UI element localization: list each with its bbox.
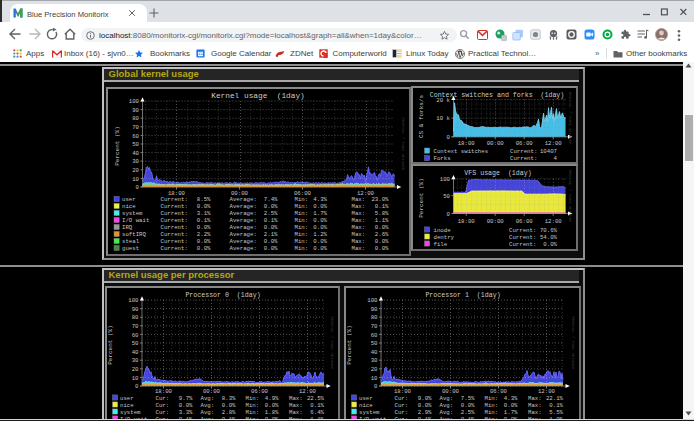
svg-text:0.0%: 0.0% — [374, 238, 388, 245]
svg-text:90: 90 — [371, 305, 378, 312]
svg-text:nice: nice — [359, 401, 373, 408]
svg-text:9.7%: 9.7% — [179, 394, 193, 401]
svg-text:8.3%: 8.3% — [222, 394, 236, 401]
svg-text:1.1%: 1.1% — [374, 217, 388, 224]
svg-text:70: 70 — [132, 124, 139, 131]
svg-text:18:00: 18:00 — [155, 387, 173, 394]
svg-text:2.9%: 2.9% — [418, 408, 432, 415]
svg-text:30: 30 — [371, 357, 378, 364]
svg-text:4: 4 — [553, 155, 557, 162]
svg-text:system: system — [359, 408, 380, 415]
svg-text:100: 100 — [439, 176, 450, 183]
svg-text:0.0%: 0.0% — [504, 401, 518, 408]
svg-text:Max:: Max: — [289, 408, 303, 415]
svg-text:CS & forks/s: CS & forks/s — [418, 95, 425, 139]
svg-text:0.0%: 0.0% — [265, 401, 279, 408]
svg-text:40: 40 — [371, 348, 378, 355]
svg-text:00:00: 00:00 — [486, 140, 504, 147]
svg-text:Min:: Min: — [294, 245, 308, 252]
svg-text:Current:: Current: — [160, 224, 187, 231]
svg-text:Current:: Current: — [160, 217, 187, 224]
svg-text:50: 50 — [132, 340, 139, 347]
svg-text:0.0%: 0.0% — [263, 238, 277, 245]
svg-text:steal: steal — [122, 238, 140, 245]
svg-text:Current:: Current: — [160, 196, 187, 203]
svg-text:2.8%: 2.8% — [222, 408, 236, 415]
svg-text:Current:: Current: — [509, 227, 536, 234]
svg-text:0.0%: 0.0% — [263, 245, 277, 252]
svg-text:guest: guest — [122, 245, 139, 252]
svg-text:10407: 10407 — [539, 148, 556, 155]
svg-text:Min:: Min: — [246, 394, 260, 401]
svg-text:Min:: Min: — [294, 196, 308, 203]
svg-text:system: system — [120, 408, 141, 415]
svg-text:Min:: Min: — [294, 224, 308, 231]
svg-text:Max:: Max: — [351, 217, 365, 224]
svg-text:Average:: Average: — [229, 231, 256, 238]
svg-text:Avg:: Avg: — [440, 401, 454, 408]
svg-text:100: 100 — [128, 297, 139, 304]
svg-text:4.3%: 4.3% — [313, 196, 327, 203]
svg-text:Average:: Average: — [229, 217, 256, 224]
svg-text:IRQ: IRQ — [122, 224, 133, 231]
svg-text:Average:: Average: — [229, 238, 256, 245]
svg-text:Context switches: Context switches — [433, 148, 488, 155]
svg-text:0.0%: 0.0% — [313, 217, 327, 224]
svg-text:Min:: Min: — [246, 408, 260, 415]
svg-text:system: system — [122, 210, 143, 217]
svg-text:20: 20 — [371, 366, 378, 373]
svg-text:0.0%: 0.0% — [313, 238, 327, 245]
svg-text:Avg:: Avg: — [201, 408, 215, 415]
svg-text:RRDTOOL / TOBI OETIKER: RRDTOOL / TOBI OETIKER — [567, 170, 571, 223]
svg-text:0.0%: 0.0% — [196, 224, 210, 231]
svg-text:Processor 0 (1day): Processor 0 (1day) — [185, 291, 260, 298]
svg-text:RRDTOOL / TOBI OETIKER: RRDTOOL / TOBI OETIKER — [571, 316, 575, 369]
svg-text:Avg:: Avg: — [201, 394, 215, 401]
svg-text:00:00: 00:00 — [203, 387, 221, 394]
svg-text:20: 20 — [132, 366, 139, 373]
svg-text:0.0%: 0.0% — [418, 401, 432, 408]
svg-text:0.0%: 0.0% — [313, 224, 327, 231]
svg-text:Cur:: Cur: — [156, 401, 170, 408]
svg-text:Min:: Min: — [246, 401, 260, 408]
svg-text:Current:: Current: — [510, 155, 537, 162]
svg-text:nice: nice — [122, 203, 136, 210]
svg-text:0.0%: 0.0% — [313, 203, 327, 210]
svg-text:0.1%: 0.1% — [196, 217, 210, 224]
svg-text:90: 90 — [132, 106, 139, 113]
svg-text:12:00: 12:00 — [544, 140, 562, 147]
svg-text:50: 50 — [371, 340, 378, 347]
svg-text:20 k: 20 k — [436, 97, 450, 104]
svg-text:70: 70 — [371, 323, 378, 330]
svg-text:1.7%: 1.7% — [504, 408, 518, 415]
svg-text:9.0%: 9.0% — [418, 394, 432, 401]
svg-text:20: 20 — [132, 167, 139, 174]
svg-text:Min:: Min: — [294, 210, 308, 217]
svg-text:0.0%: 0.0% — [179, 401, 193, 408]
svg-text:60: 60 — [132, 132, 139, 139]
svg-text:1.7%: 1.7% — [313, 210, 327, 217]
svg-text:10: 10 — [132, 374, 139, 381]
svg-text:Forks: Forks — [433, 155, 450, 162]
svg-text:80: 80 — [132, 314, 139, 321]
svg-text:10 k: 10 k — [436, 115, 450, 122]
svg-text:50: 50 — [443, 193, 450, 200]
svg-text:2.5%: 2.5% — [461, 408, 475, 415]
svg-text:Cur:: Cur: — [395, 408, 409, 415]
svg-text:Max:: Max: — [351, 231, 365, 238]
svg-text:100: 100 — [367, 297, 378, 304]
svg-text:Percent (%): Percent (%) — [114, 126, 121, 166]
svg-text:0.0%: 0.0% — [313, 245, 327, 252]
svg-text:0: 0 — [446, 211, 450, 218]
svg-text:70: 70 — [132, 323, 139, 330]
svg-text:Max:: Max: — [351, 224, 365, 231]
svg-text:Max:: Max: — [351, 196, 365, 203]
svg-text:Max:: Max: — [351, 210, 365, 217]
svg-text:Min:: Min: — [485, 394, 499, 401]
svg-text:Min:: Min: — [294, 231, 308, 238]
svg-text:2.2%: 2.2% — [196, 231, 210, 238]
svg-text:RRDTOOL / TOBI OETIKER: RRDTOOL / TOBI OETIKER — [567, 92, 571, 145]
svg-text:0: 0 — [374, 383, 378, 390]
svg-text:Current:: Current: — [509, 241, 536, 248]
svg-text:dentry: dentry — [433, 234, 454, 241]
